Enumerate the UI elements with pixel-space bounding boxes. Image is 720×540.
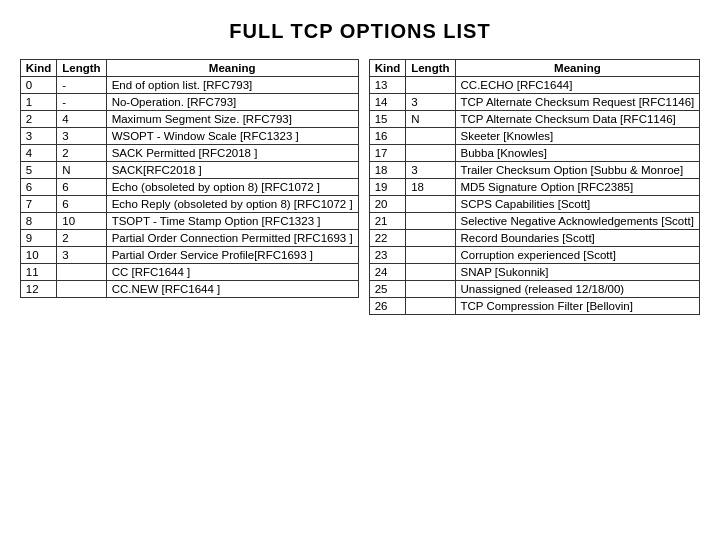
cell-length: [406, 298, 455, 315]
table-row: 24SNAP [Sukonnik]: [369, 264, 700, 281]
cell-kind: 14: [369, 94, 406, 111]
cell-kind: 2: [20, 111, 57, 128]
table-row: 21Selective Negative Acknowledgements [S…: [369, 213, 700, 230]
cell-meaning: End of option list. [RFC793]: [106, 77, 358, 94]
cell-kind: 15: [369, 111, 406, 128]
table-row: 23Corruption experienced [Scott]: [369, 247, 700, 264]
table-row: 25Unassigned (released 12/18/00): [369, 281, 700, 298]
cell-length: N: [57, 162, 106, 179]
cell-meaning: TCP Alternate Checksum Data [RFC1146]: [455, 111, 700, 128]
cell-kind: 10: [20, 247, 57, 264]
cell-kind: 4: [20, 145, 57, 162]
cell-meaning: Echo (obsoleted by option 8) [RFC1072 ]: [106, 179, 358, 196]
cell-length: 10: [57, 213, 106, 230]
table-row: 183Trailer Checksum Option [Subbu & Monr…: [369, 162, 700, 179]
cell-length: -: [57, 77, 106, 94]
table-row: 15NTCP Alternate Checksum Data [RFC1146]: [369, 111, 700, 128]
cell-length: 3: [406, 162, 455, 179]
cell-kind: 20: [369, 196, 406, 213]
cell-meaning: CC [RFC1644 ]: [106, 264, 358, 281]
table-row: 13CC.ECHO [RFC1644]: [369, 77, 700, 94]
cell-length: [406, 145, 455, 162]
cell-kind: 24: [369, 264, 406, 281]
table-row: 76Echo Reply (obsoleted by option 8) [RF…: [20, 196, 358, 213]
cell-length: [406, 196, 455, 213]
tables-container: Kind Length Meaning 0-End of option list…: [20, 59, 701, 315]
cell-meaning: Echo Reply (obsoleted by option 8) [RFC1…: [106, 196, 358, 213]
right-header-meaning: Meaning: [455, 60, 700, 77]
table-row: 16Skeeter [Knowles]: [369, 128, 700, 145]
cell-length: 6: [57, 179, 106, 196]
table-row: 24Maximum Segment Size. [RFC793]: [20, 111, 358, 128]
cell-kind: 8: [20, 213, 57, 230]
cell-length: [406, 213, 455, 230]
table-row: 42SACK Permitted [RFC2018 ]: [20, 145, 358, 162]
cell-meaning: SCPS Capabilities [Scott]: [455, 196, 700, 213]
cell-meaning: Maximum Segment Size. [RFC793]: [106, 111, 358, 128]
cell-length: [57, 264, 106, 281]
table-row: 17Bubba [Knowles]: [369, 145, 700, 162]
cell-meaning: Record Boundaries [Scott]: [455, 230, 700, 247]
cell-length: 3: [406, 94, 455, 111]
cell-meaning: WSOPT - Window Scale [RFC1323 ]: [106, 128, 358, 145]
left-header-meaning: Meaning: [106, 60, 358, 77]
cell-meaning: CC.NEW [RFC1644 ]: [106, 281, 358, 298]
table-row: 22Record Boundaries [Scott]: [369, 230, 700, 247]
cell-length: [57, 281, 106, 298]
cell-length: [406, 247, 455, 264]
cell-kind: 6: [20, 179, 57, 196]
cell-length: 6: [57, 196, 106, 213]
cell-kind: 21: [369, 213, 406, 230]
cell-meaning: CC.ECHO [RFC1644]: [455, 77, 700, 94]
table-row: 33WSOPT - Window Scale [RFC1323 ]: [20, 128, 358, 145]
cell-kind: 12: [20, 281, 57, 298]
table-row: 103Partial Order Service Profile[RFC1693…: [20, 247, 358, 264]
table-row: 143TCP Alternate Checksum Request [RFC11…: [369, 94, 700, 111]
cell-length: [406, 77, 455, 94]
table-row: 5NSACK[RFC2018 ]: [20, 162, 358, 179]
cell-length: 4: [57, 111, 106, 128]
cell-length: 3: [57, 247, 106, 264]
cell-length: [406, 281, 455, 298]
right-header-length: Length: [406, 60, 455, 77]
cell-meaning: Corruption experienced [Scott]: [455, 247, 700, 264]
table-row: 0-End of option list. [RFC793]: [20, 77, 358, 94]
cell-kind: 22: [369, 230, 406, 247]
table-row: 92Partial Order Connection Permitted [RF…: [20, 230, 358, 247]
cell-kind: 18: [369, 162, 406, 179]
cell-meaning: TSOPT - Time Stamp Option [RFC1323 ]: [106, 213, 358, 230]
table-row: 810TSOPT - Time Stamp Option [RFC1323 ]: [20, 213, 358, 230]
cell-meaning: No-Operation. [RFC793]: [106, 94, 358, 111]
cell-length: [406, 128, 455, 145]
cell-kind: 11: [20, 264, 57, 281]
cell-length: [406, 264, 455, 281]
cell-length: [406, 230, 455, 247]
cell-kind: 0: [20, 77, 57, 94]
cell-meaning: SACK[RFC2018 ]: [106, 162, 358, 179]
right-table: Kind Length Meaning 13CC.ECHO [RFC1644]1…: [369, 59, 701, 315]
cell-length: 2: [57, 230, 106, 247]
cell-meaning: Bubba [Knowles]: [455, 145, 700, 162]
cell-kind: 1: [20, 94, 57, 111]
cell-meaning: Trailer Checksum Option [Subbu & Monroe]: [455, 162, 700, 179]
table-row: 1-No-Operation. [RFC793]: [20, 94, 358, 111]
cell-meaning: MD5 Signature Option [RFC2385]: [455, 179, 700, 196]
cell-length: -: [57, 94, 106, 111]
left-header-length: Length: [57, 60, 106, 77]
cell-kind: 16: [369, 128, 406, 145]
cell-length: N: [406, 111, 455, 128]
cell-meaning: Skeeter [Knowles]: [455, 128, 700, 145]
cell-kind: 5: [20, 162, 57, 179]
cell-kind: 25: [369, 281, 406, 298]
table-row: 11CC [RFC1644 ]: [20, 264, 358, 281]
right-header-kind: Kind: [369, 60, 406, 77]
table-row: 20SCPS Capabilities [Scott]: [369, 196, 700, 213]
cell-meaning: TCP Compression Filter [Bellovin]: [455, 298, 700, 315]
table-row: 12CC.NEW [RFC1644 ]: [20, 281, 358, 298]
left-table: Kind Length Meaning 0-End of option list…: [20, 59, 359, 298]
cell-meaning: Partial Order Connection Permitted [RFC1…: [106, 230, 358, 247]
cell-meaning: TCP Alternate Checksum Request [RFC1146]: [455, 94, 700, 111]
cell-meaning: SACK Permitted [RFC2018 ]: [106, 145, 358, 162]
cell-length: 2: [57, 145, 106, 162]
cell-length: 3: [57, 128, 106, 145]
